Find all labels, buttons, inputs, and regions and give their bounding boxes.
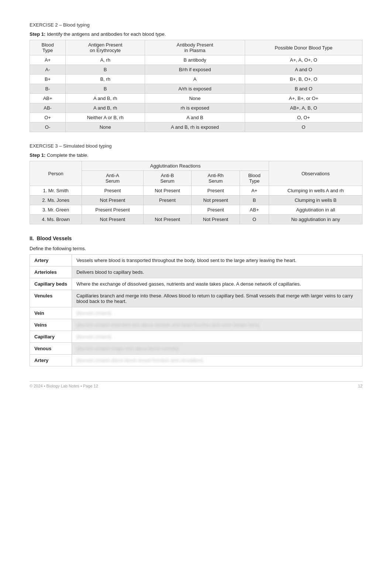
section2-title: II. Blood Vessels (30, 235, 362, 241)
list-item: Vein [blurred content] (30, 307, 362, 319)
blood-type-cell: A- (30, 65, 66, 75)
exercise3-section: EXERCISE 3 – Simulated blood typing Step… (30, 143, 362, 224)
table-row: A- B B/rh if exposed A and O (30, 65, 362, 75)
anti-rh-cell: Present (192, 205, 240, 215)
table-row: A+ A, rh B antibody A+, A, O+, O (30, 55, 362, 65)
donor-cell: B and O (245, 84, 362, 94)
term-definition: [blurred content] (72, 331, 362, 343)
blood-type-cell: B (240, 196, 269, 205)
blood-type-cell: AB- (30, 103, 66, 113)
anti-a-cell: Not Present (82, 196, 143, 205)
exercise3-step: Step 1: Complete the table. (30, 152, 362, 158)
exercise2-subtitle: – Blood typing (59, 22, 89, 28)
list-item: Artery [blurred content about blood vess… (30, 355, 362, 366)
agglutination-header: Agglutination Reactions (82, 161, 269, 171)
term-definition: [blurred content about blood vessel func… (72, 355, 362, 366)
footer: © 2024 • Biology Lab Notes • Page 12 12 (30, 381, 362, 388)
anti-a-cell: Not Present (82, 215, 143, 224)
term-label: Veins (30, 319, 72, 331)
anti-a-cell: Present (82, 186, 143, 196)
table-row: 4. Ms. Brown Not Present Not Present Not… (30, 215, 362, 224)
table-row: 2. Ms. Jones Not Present Present Not pre… (30, 196, 362, 205)
exercise2-title: EXERCISE 2 – Blood typing (30, 22, 362, 28)
antibody-cell: A/rh is exposed (145, 84, 245, 94)
antibody-cell: A (145, 75, 245, 84)
blood-vessels-section: II. Blood Vessels Define the following t… (30, 235, 362, 366)
term-label: Artery (30, 355, 72, 366)
exercise2-number: EXERCISE 2 (30, 22, 58, 28)
table-row: AB- A and B, rh rh is exposed AB+, A, B,… (30, 103, 362, 113)
term-label: Vein (30, 307, 72, 319)
antigen-cell: A and B, rh (66, 94, 145, 103)
antibody-cell: A and B, rh is exposed (145, 123, 245, 132)
antibody-cell: None (145, 94, 245, 103)
antigen-cell: A, rh (66, 55, 145, 65)
anti-b-cell: Present (143, 196, 192, 205)
antibody-cell: B antibody (145, 55, 245, 65)
person-cell: 1. Mr. Smith (30, 186, 82, 196)
exercise3-subtitle: – Simulated blood typing (59, 143, 111, 149)
col-blood-type-agg: BloodType (240, 171, 269, 186)
exercise3-number: EXERCISE 3 (30, 143, 58, 149)
term-label: Venules (30, 290, 72, 307)
term-label: Venous (30, 343, 72, 355)
col-observations: Observations (269, 161, 362, 186)
person-cell: 4. Ms. Brown (30, 215, 82, 224)
footer-right: 12 (358, 384, 362, 388)
blood-type-cell: AB+ (240, 205, 269, 215)
table-row: O- None A and B, rh is exposed O (30, 123, 362, 132)
term-label: Capillary beds (30, 278, 72, 290)
antigen-cell: Neither A or B, rh (66, 113, 145, 123)
blood-type-cell: A+ (240, 186, 269, 196)
exercise3-title: EXERCISE 3 – Simulated blood typing (30, 143, 362, 149)
list-item: Venules Capillaries branch and merge int… (30, 290, 362, 307)
col-donor: Possible Donor Blood Type (245, 40, 362, 55)
blood-type-cell: O+ (30, 113, 66, 123)
observations-cell: Clumping in wells A and rh (269, 186, 362, 196)
observations-cell: Agglutination in all (269, 205, 362, 215)
footer-left: © 2024 • Biology Lab Notes • Page 12 (30, 384, 98, 388)
term-label: Arterioles (30, 266, 72, 278)
term-definition: Where the exchange of dissolved gasses, … (72, 278, 362, 290)
antigen-cell: None (66, 123, 145, 132)
list-item: Capillary beds Where the exchange of dis… (30, 278, 362, 290)
anti-rh-cell: Not Present (192, 215, 240, 224)
table-row: 3. Mr. Green Present Present Present AB+… (30, 205, 362, 215)
term-definition: Delivers blood to capillary beds. (72, 266, 362, 278)
blood-type-cell: O (240, 215, 269, 224)
term-label: Artery (30, 255, 72, 266)
term-definition: Vessels where blood is transported throu… (72, 255, 362, 266)
donor-cell: O, O+ (245, 113, 362, 123)
antigen-cell: B (66, 65, 145, 75)
col-anti-rh: Anti-RhSerum (192, 171, 240, 186)
col-anti-b: Anti-BSerum (143, 171, 192, 186)
table-row: B- B A/rh is exposed B and O (30, 84, 362, 94)
donor-cell: A and O (245, 65, 362, 75)
list-item: Artery Vessels where blood is transporte… (30, 255, 362, 266)
blood-type-cell: AB+ (30, 94, 66, 103)
list-item: Veins [blurred content extended text abo… (30, 319, 362, 331)
col-antigen: Antigen Presenton Erythrocyte (66, 40, 145, 55)
define-label: Define the following terms. (30, 246, 362, 251)
antigen-cell: B (66, 84, 145, 94)
anti-b-cell: Not Present (143, 215, 192, 224)
antibody-cell: B/rh if exposed (145, 65, 245, 75)
exercise2-step: Step 1: Identify the antigens and antibo… (30, 31, 362, 37)
anti-rh-cell: Present (192, 186, 240, 196)
col-anti-a: Anti-ASerum (82, 171, 143, 186)
blood-type-cell: B- (30, 84, 66, 94)
observations-cell: Clumping in wells B (269, 196, 362, 205)
blood-vessels-table: Artery Vessels where blood is transporte… (30, 254, 362, 366)
table-row: AB+ A and B, rh None A+, B+, or O+ (30, 94, 362, 103)
list-item: Arterioles Delivers blood to capillary b… (30, 266, 362, 278)
blood-type-cell: O- (30, 123, 66, 132)
antigen-cell: A and B, rh (66, 103, 145, 113)
list-item: Venous [blurred content longer text abou… (30, 343, 362, 355)
anti-a-cell: Present Present (82, 205, 143, 215)
anti-b-cell: Not Present (143, 186, 192, 196)
antibody-cell: A and B (145, 113, 245, 123)
donor-cell: AB+, A, B, O (245, 103, 362, 113)
anti-rh-cell: Not present (192, 196, 240, 205)
table-row: B+ B, rh A B+, B, O+, O (30, 75, 362, 84)
donor-cell: B+, B, O+, O (245, 75, 362, 84)
